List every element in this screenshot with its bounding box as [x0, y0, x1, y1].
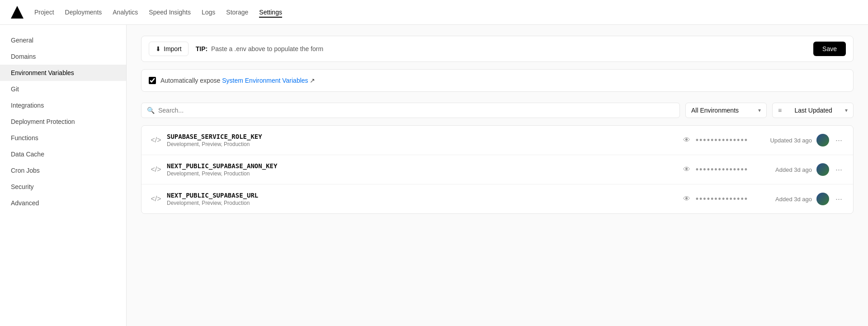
env-var-time: Added 3d ago: [775, 166, 812, 173]
sidebar-item-advanced[interactable]: Advanced: [0, 195, 126, 211]
table-row: </> SUPABASE_SERVICE_ROLE_KEY Developmen…: [142, 126, 853, 155]
env-info: SUPABASE_SERVICE_ROLE_KEY Development, P…: [167, 133, 678, 147]
eye-icon[interactable]: 👁: [683, 165, 690, 174]
sidebar-item-cron-jobs[interactable]: Cron Jobs: [0, 162, 126, 179]
sidebar-item-domains[interactable]: Domains: [0, 48, 126, 65]
filter-row: 🔍 All Environments ▾ ≡ Last Updated ▾: [141, 103, 854, 118]
import-row: ⬇ Import TIP: Paste a .env above to popu…: [141, 36, 854, 62]
env-var-meta: Added 3d ago ···: [754, 193, 844, 205]
eye-icon[interactable]: 👁: [683, 195, 690, 203]
env-var-dots: ••••••••••••••: [696, 194, 748, 204]
expose-checkbox[interactable]: [149, 77, 156, 84]
search-icon: 🔍: [147, 107, 155, 114]
sort-chevron-icon: ▾: [845, 107, 848, 113]
avatar: [816, 163, 829, 176]
avatar: [816, 193, 829, 205]
sort-icon: ≡: [778, 107, 782, 114]
env-var-name: NEXT_PUBLIC_SUPABASE_ANON_KEY: [167, 162, 678, 170]
sidebar-item-security[interactable]: Security: [0, 179, 126, 195]
chevron-down-icon: ▾: [758, 107, 761, 113]
sidebar-item-env-vars[interactable]: Environment Variables: [0, 65, 126, 81]
search-box: 🔍: [141, 103, 680, 118]
main-content: ⬇ Import TIP: Paste a .env above to popu…: [127, 25, 868, 326]
nav-settings[interactable]: Settings: [259, 7, 282, 18]
import-icon: ⬇: [156, 45, 161, 52]
env-var-meta: Added 3d ago ···: [754, 163, 844, 176]
table-row: </> NEXT_PUBLIC_SUPABASE_ANON_KEY Develo…: [142, 155, 853, 184]
sidebar-item-integrations[interactable]: Integrations: [0, 97, 126, 113]
page-layout: General Domains Environment Variables Gi…: [0, 25, 868, 326]
nav-deployments[interactable]: Deployments: [65, 7, 102, 18]
save-button[interactable]: Save: [813, 42, 846, 56]
code-icon: </>: [151, 165, 161, 174]
env-var-name: SUPABASE_SERVICE_ROLE_KEY: [167, 133, 678, 140]
external-link-icon: ↗: [310, 77, 315, 84]
env-more-button[interactable]: ···: [834, 194, 844, 205]
table-row: </> NEXT_PUBLIC_SUPABASE_URL Development…: [142, 184, 853, 213]
env-var-name: NEXT_PUBLIC_SUPABASE_URL: [167, 192, 678, 199]
env-info: NEXT_PUBLIC_SUPABASE_URL Development, Pr…: [167, 192, 678, 206]
env-var-scope: Development, Preview, Production: [167, 170, 678, 177]
import-button[interactable]: ⬇ Import: [149, 42, 189, 56]
vercel-logo: [11, 6, 24, 19]
code-icon: </>: [151, 136, 161, 144]
nav-project[interactable]: Project: [34, 7, 54, 18]
env-var-meta: Updated 3d ago ···: [754, 134, 844, 146]
env-var-time: Updated 3d ago: [770, 137, 812, 144]
tip-body: Paste a .env above to populate the form: [211, 45, 323, 52]
environment-select[interactable]: All Environments ▾: [685, 103, 767, 118]
nav-speed-insights[interactable]: Speed Insights: [149, 7, 191, 18]
tip-bold: TIP:: [196, 45, 208, 52]
nav-logs[interactable]: Logs: [202, 7, 215, 18]
avatar: [816, 134, 829, 146]
env-var-scope: Development, Preview, Production: [167, 141, 678, 147]
env-more-button[interactable]: ···: [834, 164, 844, 175]
sidebar-item-general[interactable]: General: [0, 32, 126, 48]
nav-storage[interactable]: Storage: [226, 7, 248, 18]
env-var-time: Added 3d ago: [775, 196, 812, 203]
environment-select-label: All Environments: [691, 107, 739, 114]
eye-icon[interactable]: 👁: [683, 136, 690, 144]
env-var-dots: ••••••••••••••: [696, 165, 748, 175]
sidebar: General Domains Environment Variables Gi…: [0, 25, 127, 326]
sidebar-item-deployment-protection[interactable]: Deployment Protection: [0, 113, 126, 130]
sidebar-item-git[interactable]: Git: [0, 81, 126, 97]
nav-analytics[interactable]: Analytics: [113, 7, 138, 18]
import-label: Import: [164, 45, 182, 52]
top-nav: Project Deployments Analytics Speed Insi…: [0, 0, 868, 25]
sidebar-item-functions[interactable]: Functions: [0, 130, 126, 146]
env-info: NEXT_PUBLIC_SUPABASE_ANON_KEY Developmen…: [167, 162, 678, 177]
env-var-dots: ••••••••••••••: [696, 136, 748, 145]
env-var-list: </> SUPABASE_SERVICE_ROLE_KEY Developmen…: [141, 125, 854, 214]
sort-label: Last Updated: [794, 107, 832, 114]
expose-text: Automatically expose System Environment …: [160, 77, 315, 84]
sidebar-item-data-cache[interactable]: Data Cache: [0, 146, 126, 162]
expose-row: Automatically expose System Environment …: [141, 69, 854, 92]
system-env-vars-link[interactable]: System Environment Variables: [222, 77, 308, 84]
code-icon: </>: [151, 195, 161, 203]
tip-text: TIP: Paste a .env above to populate the …: [196, 45, 806, 52]
sort-select[interactable]: ≡ Last Updated ▾: [772, 103, 854, 118]
expose-label: Automatically expose: [160, 77, 220, 84]
env-var-scope: Development, Preview, Production: [167, 200, 678, 206]
env-more-button[interactable]: ···: [834, 135, 844, 146]
search-input[interactable]: [158, 107, 674, 114]
